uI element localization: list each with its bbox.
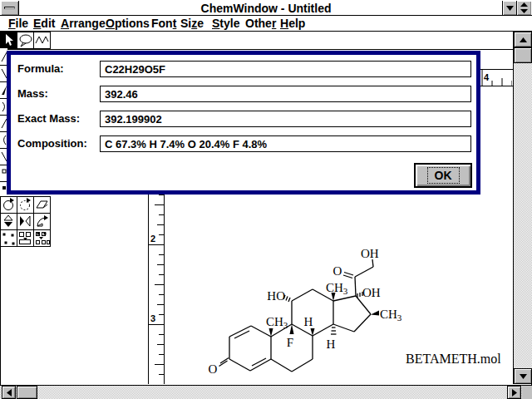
callout-balloon-icon xyxy=(17,32,33,48)
arrow-right-icon xyxy=(512,389,517,397)
scrollbar-corner xyxy=(522,386,532,399)
mass-label: Mass: xyxy=(17,86,48,102)
menu-file[interactable]: File xyxy=(8,17,28,30)
menu-edit[interactable]: Edit xyxy=(33,17,55,30)
formula-dialog: Formula: Mass: Exact Mass: Composition: … xyxy=(7,51,480,195)
menu-bar: File Edit Arrange Options Font Size Styl… xyxy=(0,16,532,32)
atom-oh17: OH xyxy=(362,286,381,299)
horizontal-scroll-thumb[interactable] xyxy=(17,386,37,399)
exact-mass-input[interactable] xyxy=(100,111,471,127)
molecule-file-label: BETAMETH.mol xyxy=(406,352,501,366)
vertical-scroll-thumb[interactable] xyxy=(514,47,532,63)
atom-ch3-c19: CH3 xyxy=(266,315,288,330)
menu-arrange[interactable]: Arrange xyxy=(61,17,106,30)
atom-h8: H xyxy=(304,315,313,328)
atom-ch3-c16: CH3 xyxy=(380,308,402,323)
menu-options[interactable]: Options xyxy=(106,17,150,30)
menu-style[interactable]: Style xyxy=(212,17,239,30)
atom-ch3-c18: CH3 xyxy=(326,281,348,296)
minimize-icon xyxy=(506,6,514,11)
vruler-label-2: 2 xyxy=(150,234,155,244)
tool-palette-grid xyxy=(0,196,51,247)
atom-f9: F xyxy=(287,336,293,349)
menu-help[interactable]: Help xyxy=(280,17,305,30)
callout-tool-button[interactable] xyxy=(17,32,34,49)
chemwindow-app: ChemWindow - Untitled File Edit Arrange … xyxy=(0,0,532,399)
atom-h14: H xyxy=(327,337,336,351)
menu-size[interactable]: Size xyxy=(180,17,204,30)
menu-font[interactable]: Font xyxy=(151,17,176,30)
arrow-left-icon xyxy=(7,389,12,397)
window-title: ChemWindow - Untitled xyxy=(0,2,532,15)
formula-input[interactable] xyxy=(100,61,471,77)
title-bar: ChemWindow - Untitled xyxy=(0,0,532,16)
scroll-left-button[interactable] xyxy=(2,386,16,399)
composition-label: Composition: xyxy=(17,135,87,152)
zigzag-tool-button[interactable] xyxy=(33,32,51,49)
tool-grid-icons xyxy=(0,196,51,247)
minimize-button[interactable] xyxy=(502,1,517,15)
zigzag-line-icon xyxy=(34,32,50,48)
restore-button[interactable] xyxy=(516,1,531,15)
exact-mass-label: Exact Mass: xyxy=(17,111,80,127)
molecule-bonds xyxy=(219,259,374,372)
ok-button-label: OK xyxy=(427,167,460,184)
scroll-down-button[interactable] xyxy=(514,368,532,384)
hruler-label-4: 4 xyxy=(484,72,489,82)
scroll-up-button[interactable] xyxy=(514,32,532,47)
selection-tool-button[interactable] xyxy=(0,32,17,49)
ok-button[interactable]: OK xyxy=(414,163,472,188)
scroll-right-button[interactable] xyxy=(507,386,521,399)
atom-o20: O xyxy=(333,264,342,278)
menu-other[interactable]: Other xyxy=(245,17,276,30)
atom-o3: O xyxy=(209,362,218,376)
arrow-down-icon xyxy=(520,374,527,379)
horizontal-scrollbar[interactable] xyxy=(0,385,532,399)
vruler-label-3: 3 xyxy=(150,313,155,323)
atom-ho11: HO xyxy=(267,289,285,303)
document-top-border xyxy=(0,49,514,50)
selection-arrow-icon xyxy=(1,32,17,48)
restore-icon xyxy=(520,2,528,13)
vertical-scrollbar[interactable] xyxy=(513,32,532,384)
composition-input[interactable] xyxy=(100,135,471,152)
tool-palette-top xyxy=(0,32,51,49)
formula-label: Formula: xyxy=(17,61,64,77)
atom-oh21: OH xyxy=(361,247,379,260)
arrow-up-icon xyxy=(520,37,527,42)
mass-input[interactable] xyxy=(100,86,471,102)
